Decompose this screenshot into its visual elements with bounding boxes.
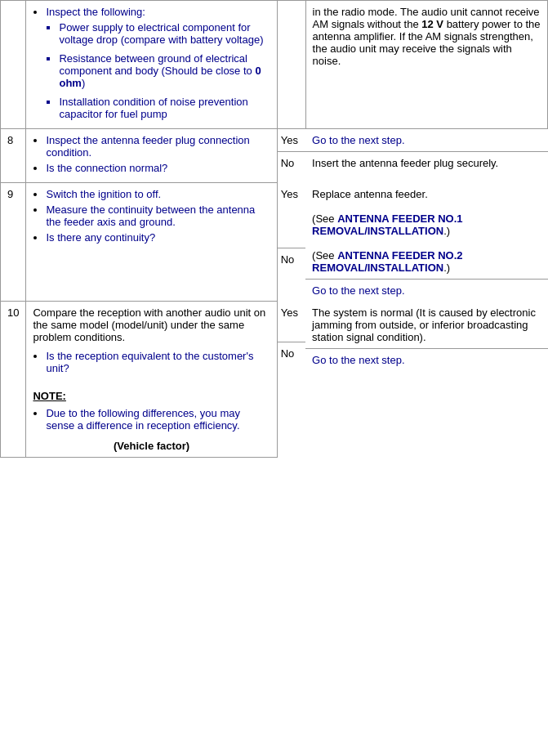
is-continuity-link[interactable]: Is there any continuity?	[46, 231, 155, 244]
note-differences-link[interactable]: Due to the following differences, you ma…	[46, 407, 240, 432]
note-label: NOTE:	[33, 390, 65, 402]
inspect-following-link[interactable]: Inspect the following:	[46, 6, 145, 18]
step-num-10: 10	[1, 302, 26, 458]
resistance-link[interactable]: Resistance between ground of electrical …	[59, 52, 261, 89]
no-8: No	[281, 157, 295, 169]
row-9: 9 Switch the ignition to off. Measure th…	[1, 183, 548, 302]
yes-9: Yes	[281, 188, 298, 200]
replace-feeder-text: Replace antenna feeder.	[312, 188, 428, 200]
yn-10: Yes No	[277, 302, 305, 458]
step-num-8: 8	[1, 129, 26, 183]
insert-plug-text: Insert the antenna feeder plug securely.	[312, 157, 498, 169]
continuation-row: Inspect the following: Power supply to e…	[1, 1, 548, 129]
inspect-antenna-feeder-link[interactable]: Inspect the antenna feeder plug connecti…	[46, 134, 249, 159]
power-supply-link[interactable]: Power supply to electrical component for…	[59, 21, 263, 46]
action-continuation: in the radio mode. The audio unit cannot…	[305, 1, 547, 129]
feeder-no1-link[interactable]: ANTENNA FEEDER NO.1 REMOVAL/INSTALLATION	[312, 212, 462, 237]
action-continuation-text: in the radio mode. The audio unit cannot…	[313, 6, 541, 67]
step-num-continuation	[1, 1, 26, 129]
yes-8: Yes	[281, 134, 298, 146]
system-normal-text: The system is normal (It is caused by el…	[312, 306, 536, 343]
yes-10: Yes	[281, 306, 298, 319]
action-8: Go to the next step. Insert the antenna …	[305, 129, 547, 183]
procedure-10-main: Compare the reception with another audio…	[33, 306, 265, 343]
installation-link[interactable]: Installation condition of noise preventi…	[59, 96, 247, 120]
step-num-9: 9	[1, 183, 26, 302]
procedure-10: Compare the reception with another audio…	[26, 302, 277, 458]
no-9: No	[281, 253, 295, 266]
yn-continuation	[277, 1, 305, 129]
measure-continuity-link[interactable]: Measure the continuity between the anten…	[46, 204, 255, 228]
yn-8: Yes No	[277, 129, 305, 183]
feeder-no2-link[interactable]: ANTENNA FEEDER NO.2 REMOVAL/INSTALLATION	[312, 249, 462, 274]
procedure-continuation: Inspect the following: Power supply to e…	[26, 1, 277, 129]
procedure-8: Inspect the antenna feeder plug connecti…	[26, 129, 277, 183]
yn-9: Yes No	[277, 183, 305, 302]
procedure-9: Switch the ignition to off. Measure the …	[26, 183, 277, 302]
vehicle-factor-text: (Vehicle factor)	[33, 440, 270, 452]
row-8: 8 Inspect the antenna feeder plug connec…	[1, 129, 548, 183]
go-next-step-9-no[interactable]: Go to the next step.	[312, 284, 404, 297]
go-next-step-10-no[interactable]: Go to the next step.	[312, 354, 404, 366]
see-feeder-no1: (See ANTENNA FEEDER NO.1 REMOVAL/INSTALL…	[312, 212, 462, 237]
action-9: Replace antenna feeder. (See ANTENNA FEE…	[305, 183, 547, 302]
see-feeder-no2: (See ANTENNA FEEDER NO.2 REMOVAL/INSTALL…	[312, 249, 462, 274]
is-connection-normal-link[interactable]: Is the connection normal?	[46, 162, 167, 174]
is-reception-equivalent-link[interactable]: Is the reception equivalent to the custo…	[46, 350, 253, 374]
action-10: The system is normal (It is caused by el…	[305, 302, 547, 458]
row-10: 10 Compare the reception with another au…	[1, 302, 548, 458]
switch-ignition-link[interactable]: Switch the ignition to off.	[46, 188, 161, 200]
no-10: No	[281, 347, 295, 360]
go-next-step-8-yes[interactable]: Go to the next step.	[312, 134, 404, 146]
